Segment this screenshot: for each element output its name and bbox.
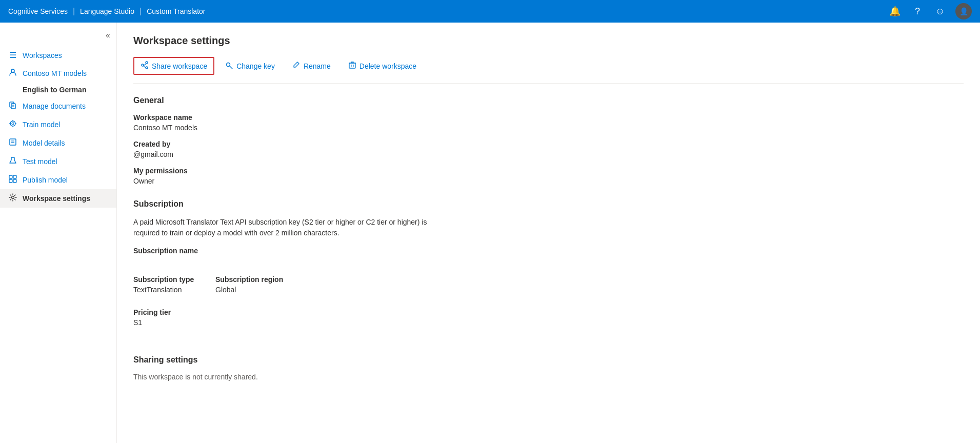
top-nav-right: 🔔 ? ☺ 👤 <box>888 3 972 19</box>
feedback-icon[interactable]: ☺ <box>933 4 947 18</box>
sidebar-item-model-details[interactable]: Model details <box>0 134 116 152</box>
svg-point-6 <box>12 123 14 125</box>
sidebar-item-contoso-label: Contoso MT models <box>23 69 87 77</box>
share-workspace-button[interactable]: Share workspace <box>133 57 214 75</box>
sidebar-item-workspaces[interactable]: ☰ Workspaces <box>0 46 116 64</box>
sidebar-item-english-german-label: English to German <box>23 86 86 94</box>
workspaces-icon: ☰ <box>8 50 17 60</box>
sidebar-item-workspaces-label: Workspaces <box>23 51 62 59</box>
subscription-grid: Subscription type TextTranslation Subscr… <box>133 275 964 341</box>
svg-rect-24 <box>349 63 355 68</box>
nav-sep-1: | <box>73 7 75 16</box>
change-key-icon <box>225 61 233 71</box>
body-layout: « ☰ Workspaces Contoso MT models English… <box>0 23 980 443</box>
created-by-label: Created by <box>133 140 964 148</box>
subscription-region-value: Global <box>215 286 964 294</box>
general-section-title: General <box>133 96 964 105</box>
svg-point-5 <box>10 121 15 126</box>
train-model-icon <box>8 119 17 130</box>
my-permissions-value: Owner <box>133 177 964 185</box>
sidebar-item-workspace-settings[interactable]: Workspace settings <box>0 189 116 208</box>
sidebar-item-model-details-label: Model details <box>23 139 65 147</box>
svg-rect-17 <box>9 179 12 183</box>
change-key-label: Change key <box>236 62 275 70</box>
svg-point-0 <box>11 69 14 72</box>
created-by-value: @gmail.com <box>133 150 964 158</box>
svg-line-23 <box>230 66 233 69</box>
sharing-note: This workspace is not currently shared. <box>133 373 964 381</box>
sidebar-item-manage-docs-label: Manage documents <box>23 102 86 110</box>
delete-workspace-button[interactable]: Delete workspace <box>342 57 423 74</box>
top-nav: Cognitive Services | Language Studio | C… <box>0 0 980 23</box>
svg-rect-11 <box>10 139 16 145</box>
subscription-name-value <box>133 257 964 267</box>
svg-point-19 <box>12 196 14 199</box>
rename-button[interactable]: Rename <box>286 57 337 74</box>
sidebar-item-contoso-mt-models[interactable]: Contoso MT models <box>0 64 116 83</box>
svg-line-21 <box>144 66 146 68</box>
nav-sep-2: | <box>139 7 142 16</box>
sharing-section-title: Sharing settings <box>133 355 964 365</box>
brand-cognitive-services[interactable]: Cognitive Services <box>8 7 68 15</box>
subscription-section: Subscription A paid Microsoft Translator… <box>133 199 964 341</box>
workspace-name-value: Contoso MT models <box>133 124 964 132</box>
general-section: General Workspace name Contoso MT models… <box>133 96 964 185</box>
delete-workspace-label: Delete workspace <box>359 62 416 70</box>
sidebar-item-test-model[interactable]: Test model <box>0 152 116 171</box>
manage-docs-icon <box>8 101 17 111</box>
main-content: Workspace settings Share workspace <box>117 23 980 443</box>
sidebar-item-train-model-label: Train model <box>23 120 60 129</box>
test-model-icon <box>8 156 17 167</box>
sidebar-item-workspace-settings-label: Workspace settings <box>23 194 90 203</box>
delete-workspace-icon <box>348 61 356 71</box>
model-details-icon <box>8 138 17 148</box>
collapse-sidebar-button[interactable]: « <box>104 29 112 42</box>
sidebar-item-manage-documents[interactable]: Manage documents <box>0 97 116 115</box>
pricing-tier-label: Pricing tier <box>133 308 215 316</box>
publish-model-icon <box>8 175 17 185</box>
sidebar-collapse: « <box>0 27 116 46</box>
user-avatar[interactable]: 👤 <box>955 3 972 19</box>
toolbar: Share workspace Change key Rename <box>133 57 964 84</box>
subscription-region-cell: Subscription region Global <box>215 275 964 308</box>
top-nav-left: Cognitive Services | Language Studio | C… <box>8 7 206 16</box>
svg-rect-15 <box>9 175 12 178</box>
workspace-settings-icon <box>8 193 17 204</box>
rename-label: Rename <box>304 62 331 70</box>
subscription-section-title: Subscription <box>133 199 964 209</box>
subscription-type-label: Subscription type <box>133 275 215 284</box>
page-title: Workspace settings <box>133 35 964 47</box>
sidebar-item-test-model-label: Test model <box>23 157 57 166</box>
pricing-tier-cell: Pricing tier S1 <box>133 308 215 341</box>
sidebar-item-train-model[interactable]: Train model <box>0 115 116 134</box>
change-key-button[interactable]: Change key <box>218 57 282 74</box>
share-workspace-label: Share workspace <box>152 62 207 70</box>
brand-custom-translator[interactable]: Custom Translator <box>147 7 205 15</box>
help-icon[interactable]: ? <box>910 4 925 18</box>
sidebar-item-english-to-german: English to German <box>0 83 116 97</box>
pricing-tier-value: S1 <box>133 318 215 327</box>
rename-icon <box>292 61 301 71</box>
subscription-name-label: Subscription name <box>133 247 964 255</box>
share-workspace-icon <box>141 61 149 71</box>
subscription-type-value: TextTranslation <box>133 286 215 294</box>
subscription-type-cell: Subscription type TextTranslation <box>133 275 215 308</box>
sharing-section: Sharing settings This workspace is not c… <box>133 355 964 381</box>
notifications-icon[interactable]: 🔔 <box>888 4 902 18</box>
sidebar-item-publish-model-label: Publish model <box>23 176 68 184</box>
sidebar-item-publish-model[interactable]: Publish model <box>0 171 116 189</box>
workspace-name-label: Workspace name <box>133 113 964 122</box>
sidebar: « ☰ Workspaces Contoso MT models English… <box>0 23 117 443</box>
subscription-region-label: Subscription region <box>215 275 964 284</box>
subscription-note: A paid Microsoft Translator Text API sub… <box>133 217 451 238</box>
brand-language-studio[interactable]: Language Studio <box>80 7 134 15</box>
contoso-models-icon <box>8 68 17 78</box>
svg-rect-16 <box>13 175 16 178</box>
my-permissions-label: My permissions <box>133 167 964 175</box>
svg-rect-18 <box>13 179 16 183</box>
